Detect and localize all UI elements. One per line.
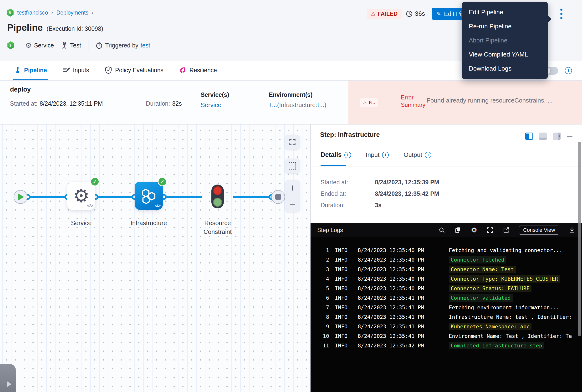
menu-item-download-logs[interactable]: Download Logs	[462, 62, 548, 76]
zoom-out-button[interactable]: −	[285, 196, 300, 212]
console-view-button[interactable]: Console View	[519, 226, 559, 235]
resilience-chaos-icon	[179, 66, 186, 74]
log-lines: 1INFO8/24/2023 12:35:40 PMFetching and v…	[311, 237, 582, 350]
log-line: 7INFO8/24/2023 12:35:41 PMFetching envir…	[315, 302, 582, 312]
environment-value[interactable]: T...(Infrastructure:t...)	[269, 101, 326, 109]
stop-icon	[275, 194, 281, 200]
detail-started-at: Started at: 8/24/2023, 12:35:39 PM	[321, 179, 439, 186]
menu-item-view-compiled-yaml[interactable]: View Compiled YAML	[462, 48, 548, 62]
panel-expander-handle[interactable]	[0, 364, 16, 392]
meta-test-label: Test	[70, 42, 81, 49]
green-light-icon	[213, 198, 222, 207]
elapsed-time: 36s	[406, 10, 425, 18]
tab-input[interactable]: Inputi	[366, 151, 389, 158]
layout-full-drawer-button[interactable]	[553, 132, 561, 140]
tab-pipeline[interactable]: Pipeline	[13, 61, 48, 80]
fullscreen-logs-button[interactable]	[487, 227, 493, 234]
zoom-in-button[interactable]: +	[285, 180, 300, 196]
download-logs-button[interactable]	[569, 227, 575, 234]
triggered-by-user-link[interactable]: test	[141, 42, 150, 49]
success-check-icon: ✓	[158, 177, 167, 186]
pipeline-graph-canvas[interactable]: ⚙ </> ✓ </> ✓ Service Infrastr	[0, 124, 310, 392]
failed-mini-badge: ⚠ F...	[360, 98, 378, 107]
tab-policy-evaluations[interactable]: Policy Evaluations	[104, 61, 164, 80]
menu-item-re-run-pipeline[interactable]: Re-run Pipeline	[462, 19, 548, 34]
warning-icon: ⚠	[363, 100, 367, 105]
stopwatch-icon	[95, 41, 103, 49]
chevron-right-icon: ›	[51, 10, 53, 16]
step-detail-tabs: Detailsi Inputi Outputi	[321, 151, 431, 158]
execution-id: (Execution Id: 30098)	[47, 25, 103, 32]
clock-icon	[406, 10, 413, 18]
harness-service-icon: ∞	[7, 41, 14, 49]
hexagons-icon	[139, 186, 158, 205]
log-line: 2INFO8/24/2023 12:35:40 PMConnector fetc…	[315, 255, 582, 264]
code-icon: </>	[155, 203, 160, 208]
node-infrastructure[interactable]: </> ✓	[135, 182, 163, 210]
status-badge: ⚠ FAILED	[367, 9, 402, 18]
breadcrumb: ∞ testfrancisco › Deployments ›	[7, 8, 93, 17]
pipeline-icon	[14, 66, 21, 74]
harness-logo-icon: ∞	[7, 8, 14, 17]
pipeline-actions-menu: Edit PipelineRe-run PipelineAbort Pipeli…	[462, 2, 548, 79]
tab-resilience[interactable]: Resilience	[178, 61, 218, 80]
menu-item-abort-pipeline: Abort Pipeline	[462, 34, 548, 48]
step-details-panel: Step: Infrastructure Detailsi Inputi Out…	[310, 124, 582, 392]
copy-logs-button[interactable]	[455, 227, 461, 234]
play-icon	[18, 194, 24, 200]
error-summary-region: ⚠ F... Error Summary Found already runni…	[348, 80, 582, 124]
more-options-kebab-menu[interactable]	[559, 8, 564, 19]
node-service[interactable]: ⚙ </> ✓	[67, 182, 95, 210]
node-resource-constraint[interactable]	[211, 184, 224, 208]
divider	[88, 40, 88, 50]
layout-right-drawer-button[interactable]	[525, 132, 533, 140]
info-icon[interactable]: i	[425, 152, 431, 158]
start-node	[13, 190, 27, 204]
breadcrumb-project-link[interactable]: testfrancisco	[17, 10, 48, 16]
stage-name[interactable]: deploy	[10, 86, 31, 93]
log-line: 8INFO8/24/2023 12:35:41 PMInfrastructure…	[315, 312, 582, 322]
step-logs-title: Step Logs	[317, 227, 343, 234]
inputs-icon	[63, 66, 70, 74]
log-settings-button[interactable]: ⚙	[471, 227, 477, 234]
gear-icon: ⚙	[73, 186, 90, 205]
open-logs-new-tab-button[interactable]	[503, 227, 510, 234]
log-line: 9INFO8/24/2023 12:35:41 PMKubernetes Nam…	[315, 322, 582, 331]
step-logs-toolbar: ⚙ Console View	[439, 226, 575, 235]
log-line: 3INFO8/24/2023 12:35:40 PMConnector Name…	[315, 264, 582, 274]
breadcrumb-deployments-link[interactable]: Deployments	[56, 10, 88, 16]
node-label-resource-constraint: Resource Constraint	[194, 219, 241, 236]
multi-select-button[interactable]	[285, 158, 300, 173]
gear-icon: ⚙	[25, 41, 32, 50]
edge	[95, 196, 135, 198]
search-logs-button[interactable]	[439, 227, 445, 234]
edge	[233, 196, 272, 198]
meta-service-label: Service	[34, 42, 54, 49]
log-line: 1INFO8/24/2023 12:35:40 PMFetching and v…	[315, 245, 582, 255]
tab-inputs[interactable]: Inputs	[62, 61, 90, 80]
log-line: 5INFO8/24/2023 12:35:40 PMConnector Stat…	[315, 284, 582, 293]
shield-check-icon	[105, 66, 112, 74]
service-link[interactable]: Service	[201, 101, 229, 109]
panel-scrollbar[interactable]	[578, 142, 581, 336]
tab-details[interactable]: Detailsi	[321, 151, 351, 158]
info-icon[interactable]: i	[382, 152, 389, 158]
log-line: 10INFO8/24/2023 12:35:41 PMEnvironment N…	[315, 331, 582, 341]
fit-to-screen-button[interactable]	[285, 135, 300, 150]
log-line: 6INFO8/24/2023 12:35:41 PMConnector vali…	[315, 293, 582, 302]
step-logs-header: Step Logs ⚙ Console View	[311, 223, 582, 237]
info-icon[interactable]: i	[344, 152, 351, 158]
info-icon[interactable]: i	[565, 67, 572, 74]
pipeline-meta-row: ∞ ⚙ Service Test Triggered by test	[7, 40, 150, 51]
minimize-panel-button[interactable]	[567, 136, 573, 137]
edge	[27, 196, 67, 198]
tab-output[interactable]: Outputi	[404, 151, 431, 158]
warning-icon: ⚠	[371, 11, 375, 17]
triggered-by-label: Triggered by	[105, 42, 138, 49]
expand-icon	[289, 138, 296, 146]
layout-bottom-drawer-button[interactable]	[539, 132, 547, 140]
menu-item-edit-pipeline[interactable]: Edit Pipeline	[462, 5, 548, 19]
divider	[311, 166, 582, 166]
panel-layout-controls	[525, 132, 573, 140]
chevron-right-icon: ›	[92, 10, 93, 16]
